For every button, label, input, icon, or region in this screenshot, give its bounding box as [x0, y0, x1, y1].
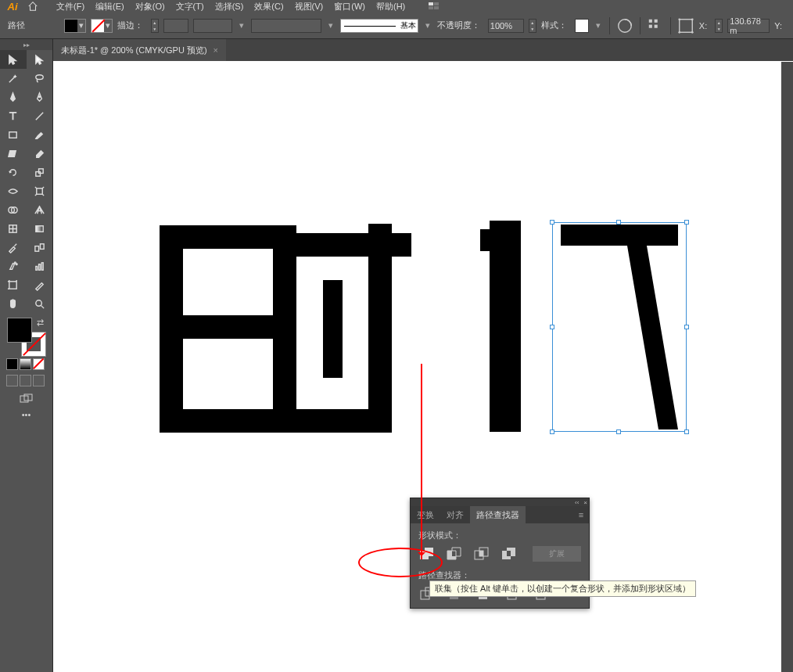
direct-selection-tool[interactable] — [27, 50, 53, 69]
annotation-circle — [358, 548, 443, 577]
fill-color-swatch[interactable]: ▾ — [64, 19, 86, 33]
tab-align[interactable]: 对齐 — [440, 506, 470, 523]
gradient-tool[interactable] — [27, 219, 53, 238]
menu-select[interactable]: 选择(S) — [210, 0, 249, 13]
curvature-tool[interactable] — [27, 88, 53, 106]
svg-rect-18 — [38, 168, 43, 173]
menu-type[interactable]: 文字(T) — [171, 0, 209, 13]
mesh-tool[interactable] — [0, 219, 27, 238]
selection-tool[interactable] — [0, 50, 27, 69]
close-icon[interactable]: × — [214, 45, 218, 55]
magic-wand-tool[interactable] — [0, 69, 27, 88]
selection-handle[interactable] — [616, 429, 621, 434]
stroke-color-swatch[interactable]: ▾ — [91, 19, 113, 33]
expand-button[interactable]: 扩展 — [533, 546, 581, 562]
free-transform-tool[interactable] — [27, 181, 53, 200]
align-icon[interactable] — [647, 18, 664, 34]
fill-indicator[interactable] — [7, 318, 32, 343]
palette-grip[interactable]: ▸▸ — [0, 39, 52, 50]
selection-handle[interactable] — [550, 325, 554, 329]
selection-handle[interactable] — [684, 429, 689, 434]
stroke-profile[interactable] — [193, 19, 232, 33]
hand-tool[interactable] — [0, 294, 27, 313]
selection-handle[interactable] — [684, 220, 689, 225]
rectangle-tool[interactable] — [0, 125, 27, 144]
stroke-weight-input[interactable] — [163, 19, 188, 33]
gradient-mode-btn[interactable] — [20, 358, 31, 370]
tab-pathfinder[interactable]: 路径查找器 — [470, 506, 526, 523]
menu-object[interactable]: 对象(O) — [131, 0, 170, 13]
brush-definition[interactable] — [251, 19, 321, 33]
svg-point-13 — [691, 31, 694, 33]
selection-handle[interactable] — [616, 220, 621, 225]
menu-edit[interactable]: 编辑(E) — [91, 0, 129, 13]
paintbrush-tool[interactable] — [27, 125, 53, 144]
eraser-tool[interactable] — [27, 144, 53, 163]
chevron-down-icon[interactable]: ▾ — [594, 20, 603, 31]
blend-tool[interactable] — [27, 238, 53, 257]
tab-transform[interactable]: 变换 — [411, 506, 440, 523]
tooltip: 联集（按住 Alt 键单击，以创建一个复合形状，并添加到形状区域） — [429, 580, 696, 597]
scale-tool[interactable] — [27, 163, 53, 181]
draw-normal-btn[interactable] — [6, 375, 18, 386]
draw-behind-btn[interactable] — [20, 375, 31, 386]
draw-inside-btn[interactable] — [33, 375, 45, 386]
swap-fill-stroke-icon[interactable]: ⇄ — [37, 318, 46, 327]
opacity-spinner[interactable]: ▲▼ — [529, 19, 536, 33]
panel-header[interactable]: ‹‹ × — [411, 498, 589, 506]
screen-mode-btn[interactable] — [3, 393, 49, 405]
stroke-style[interactable]: 基本 — [340, 19, 418, 33]
stroke-weight-spinner[interactable]: ▲▼ — [151, 19, 159, 33]
home-icon[interactable] — [25, 1, 41, 13]
eyedropper-tool[interactable] — [0, 238, 27, 257]
svg-rect-8 — [654, 24, 657, 27]
artboard-tool[interactable] — [0, 275, 27, 294]
perspective-grid-tool[interactable] — [27, 200, 53, 219]
selection-handle[interactable] — [550, 220, 554, 225]
transform-icon[interactable] — [677, 18, 694, 34]
column-graph-tool[interactable] — [27, 257, 53, 275]
close-icon[interactable]: × — [583, 499, 587, 506]
app-logo: Ai — [3, 1, 22, 13]
chevron-down-icon[interactable]: ▾ — [326, 20, 336, 31]
slice-tool[interactable] — [27, 275, 53, 294]
menu-window[interactable]: 窗口(W) — [329, 0, 370, 13]
vertical-scrollbar[interactable] — [781, 62, 793, 672]
x-spinner[interactable]: ▲▼ — [715, 19, 723, 33]
lasso-tool[interactable] — [27, 69, 53, 88]
fill-stroke-indicator[interactable]: ⇄ — [7, 318, 46, 357]
panel-menu-icon[interactable]: ≡ — [573, 510, 589, 519]
menu-view[interactable]: 视图(V) — [290, 0, 328, 13]
shape-builder-tool[interactable] — [0, 200, 27, 219]
document-tab[interactable]: 未标题-1* @ 200% (CMYK/GPU 预览) × — [53, 39, 226, 61]
zoom-tool[interactable] — [27, 294, 53, 313]
chevron-down-icon[interactable]: ▾ — [423, 20, 432, 31]
none-mode-btn[interactable] — [33, 358, 45, 370]
pen-tool[interactable] — [0, 88, 27, 106]
selection-handle[interactable] — [550, 429, 554, 434]
control-bar: 路径 ▾ ▾ 描边： ▲▼ ▾ ▾ 基本▾ 不透明度： 100% ▲▼ 样式： … — [0, 13, 793, 39]
color-mode-btn[interactable] — [6, 358, 18, 370]
menu-help[interactable]: 帮助(H) — [371, 0, 410, 13]
exclude-button[interactable] — [501, 546, 517, 562]
chevron-down-icon[interactable]: ▾ — [237, 20, 246, 31]
shaper-tool[interactable] — [0, 144, 27, 163]
rotate-tool[interactable] — [0, 163, 27, 181]
graphic-style[interactable] — [575, 19, 589, 33]
document-tab-bar: 未标题-1* @ 200% (CMYK/GPU 预览) × — [53, 39, 793, 61]
line-tool[interactable] — [27, 106, 53, 125]
recolor-icon[interactable] — [616, 18, 633, 34]
minus-front-button[interactable] — [446, 546, 462, 562]
opacity-input[interactable]: 100% — [488, 19, 524, 33]
menu-effect[interactable]: 效果(C) — [249, 0, 288, 13]
menu-file[interactable]: 文件(F) — [52, 0, 89, 13]
width-tool[interactable] — [0, 181, 27, 200]
symbol-sprayer-tool[interactable] — [0, 257, 27, 275]
layout-icon[interactable] — [429, 2, 441, 11]
edit-toolbar-btn[interactable]: ••• — [3, 410, 49, 419]
x-input[interactable]: 130.678 m — [727, 19, 770, 33]
type-tool[interactable] — [0, 106, 27, 125]
selection-handle[interactable] — [684, 325, 689, 329]
intersect-button[interactable] — [473, 546, 490, 562]
collapse-icon[interactable]: ‹‹ — [575, 499, 579, 506]
